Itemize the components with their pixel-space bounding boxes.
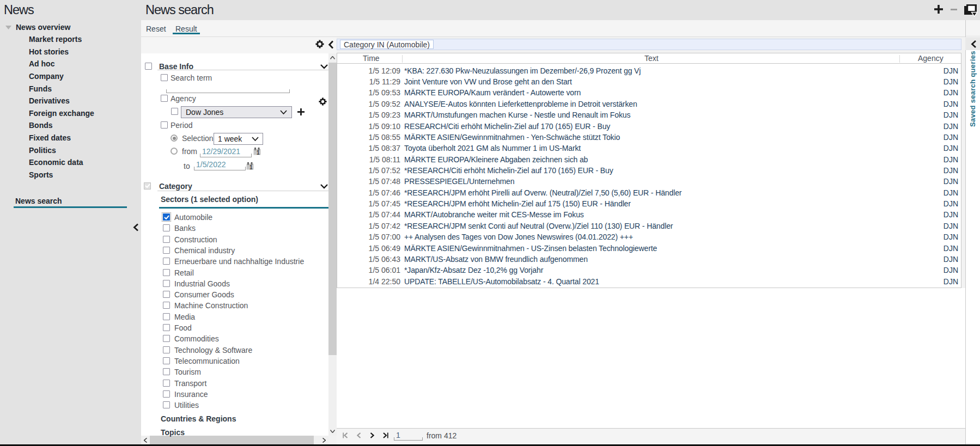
svg-text:1: 1 bbox=[257, 150, 260, 156]
svg-text:1: 1 bbox=[249, 164, 253, 170]
